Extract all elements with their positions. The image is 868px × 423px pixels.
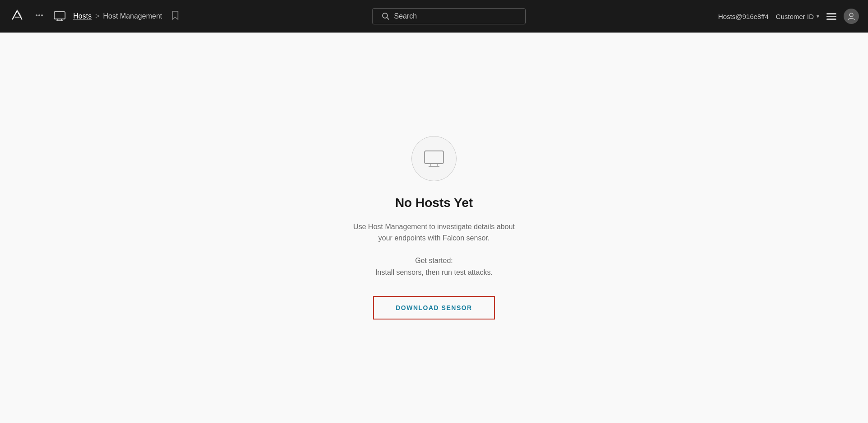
search-container: Search [187, 8, 711, 24]
main-content: No Hosts Yet Use Host Management to inve… [0, 33, 868, 423]
monitor-empty-icon [423, 150, 445, 168]
download-sensor-button[interactable]: DOWNLOAD SENSOR [373, 296, 495, 320]
bookmark-icon[interactable] [171, 10, 179, 23]
top-navigation: Hosts > Host Management Search Hosts@916… [0, 0, 868, 33]
svg-point-2 [41, 14, 43, 16]
empty-state-title: No Hosts Yet [395, 196, 473, 210]
stacked-lines-icon[interactable] [826, 13, 836, 20]
svg-rect-10 [425, 151, 443, 164]
empty-state-get-started: Get started: Install sensors, then run t… [375, 255, 493, 278]
empty-state-monitor-icon [411, 136, 457, 181]
user-icon [847, 12, 855, 20]
logo[interactable] [9, 8, 25, 24]
search-box[interactable]: Search [372, 8, 526, 24]
monitor-nav-icon [53, 11, 66, 22]
svg-rect-3 [54, 12, 65, 19]
svg-line-8 [387, 18, 389, 20]
user-avatar[interactable] [844, 9, 859, 24]
nav-right-section: Hosts@916e8ff4 Customer ID ▾ [718, 9, 859, 24]
svg-point-9 [849, 13, 853, 17]
dots-icon [35, 11, 43, 19]
tenant-label: Hosts@916e8ff4 [718, 13, 769, 20]
nav-menu-dots[interactable] [33, 9, 46, 24]
empty-state: No Hosts Yet Use Host Management to inve… [353, 136, 515, 320]
breadcrumb-current: Host Management [103, 12, 162, 20]
breadcrumb: Hosts > Host Management [73, 12, 162, 20]
customer-id-label: Customer ID [776, 13, 814, 20]
empty-state-description: Use Host Management to investigate detai… [353, 221, 515, 244]
chevron-down-icon: ▾ [817, 13, 819, 19]
logo-icon [9, 8, 25, 24]
breadcrumb-parent-link[interactable]: Hosts [73, 12, 92, 20]
search-icon [382, 12, 390, 20]
search-placeholder-text: Search [394, 12, 417, 20]
customer-id-dropdown[interactable]: Customer ID ▾ [776, 13, 819, 20]
svg-point-0 [36, 14, 37, 16]
breadcrumb-separator: > [95, 12, 99, 20]
svg-point-1 [38, 14, 40, 16]
